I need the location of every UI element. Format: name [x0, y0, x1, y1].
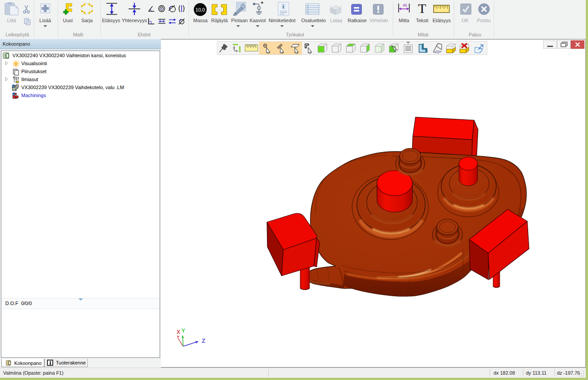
svg-text:10,0: 10,0: [196, 7, 205, 12]
svg-text:45: 45: [403, 3, 407, 8]
svg-text:Y: Y: [181, 327, 185, 334]
svg-text:T: T: [418, 2, 426, 15]
svg-text:Z: Z: [202, 337, 205, 344]
svg-text:X: X: [176, 329, 180, 335]
